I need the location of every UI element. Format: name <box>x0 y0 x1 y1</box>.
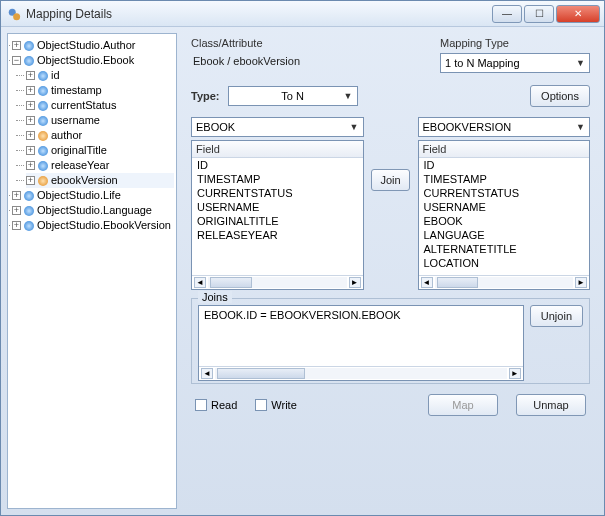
list-item[interactable]: RELEASEYEAR <box>192 228 363 242</box>
tree-node[interactable]: −ObjectStudio.Ebook+id+timestamp+current… <box>12 53 174 188</box>
tree-node-label: username <box>51 113 100 128</box>
tree-node-label: releaseYear <box>51 158 109 173</box>
maximize-button[interactable]: ☐ <box>524 5 554 23</box>
list-item[interactable]: LANGUAGE <box>419 228 590 242</box>
tree: +ObjectStudio.Author−ObjectStudio.Ebook+… <box>10 38 174 233</box>
tree-node[interactable]: +author <box>26 128 174 143</box>
scroll-right-icon[interactable]: ► <box>509 368 521 379</box>
joins-list[interactable]: EBOOK.ID = EBOOKVERSION.EBOOK ◄ ► <box>198 305 524 381</box>
hscrollbar[interactable]: ◄ ► <box>199 366 523 380</box>
list-item[interactable]: ORIGINALTITLE <box>192 214 363 228</box>
tree-node[interactable]: +ObjectStudio.Language <box>12 203 174 218</box>
type-select[interactable]: To N ▼ <box>228 86 358 106</box>
read-label: Read <box>211 399 237 411</box>
list-item[interactable]: USERNAME <box>419 200 590 214</box>
tree-node-label: ObjectStudio.Ebook <box>37 53 134 68</box>
expand-icon[interactable]: + <box>26 146 35 155</box>
left-table-select[interactable]: EBOOK ▼ <box>191 117 364 137</box>
unjoin-button[interactable]: Unjoin <box>530 305 583 327</box>
details-panel: Class/Attribute Ebook / ebookVersion Map… <box>183 33 598 509</box>
attribute-icon <box>38 86 48 96</box>
tree-node-label: ebookVersion <box>51 173 118 188</box>
list-item[interactable]: USERNAME <box>192 200 363 214</box>
content: +ObjectStudio.Author−ObjectStudio.Ebook+… <box>1 27 604 515</box>
list-item[interactable]: CURRENTSTATUS <box>192 186 363 200</box>
attribute-icon <box>24 56 34 66</box>
close-button[interactable]: ✕ <box>556 5 600 23</box>
scroll-left-icon[interactable]: ◄ <box>201 368 213 379</box>
mapping-type-select[interactable]: 1 to N Mapping ▼ <box>440 53 590 73</box>
expand-icon[interactable]: + <box>26 71 35 80</box>
tree-node[interactable]: +ObjectStudio.Life <box>12 188 174 203</box>
tree-node[interactable]: +ObjectStudio.Author <box>12 38 174 53</box>
map-button[interactable]: Map <box>428 394 498 416</box>
unmap-button[interactable]: Unmap <box>516 394 586 416</box>
options-button[interactable]: Options <box>530 85 590 107</box>
list-item[interactable]: TIMESTAMP <box>419 172 590 186</box>
minimize-button[interactable]: — <box>492 5 522 23</box>
join-button[interactable]: Join <box>371 169 409 191</box>
tree-node-label: timestamp <box>51 83 102 98</box>
right-field-header: Field <box>419 141 590 158</box>
collapse-icon[interactable]: − <box>12 56 21 65</box>
expand-icon[interactable]: + <box>12 41 21 50</box>
tree-node[interactable]: +ObjectStudio.EbookVersion <box>12 218 174 233</box>
right-field-list[interactable]: Field IDTIMESTAMPCURRENTSTATUSUSERNAMEEB… <box>418 140 591 290</box>
list-item[interactable]: ID <box>192 158 363 172</box>
write-label: Write <box>271 399 296 411</box>
list-item[interactable]: EBOOK <box>419 214 590 228</box>
mapping-type-value: 1 to N Mapping <box>445 57 520 69</box>
type-value: To N <box>281 90 304 102</box>
left-field-list[interactable]: Field IDTIMESTAMPCURRENTSTATUSUSERNAMEOR… <box>191 140 364 290</box>
checkbox-icon <box>255 399 267 411</box>
expand-icon[interactable]: + <box>26 101 35 110</box>
chevron-down-icon: ▼ <box>344 91 353 101</box>
tree-node[interactable]: +releaseYear <box>26 158 174 173</box>
scroll-left-icon[interactable]: ◄ <box>421 277 433 288</box>
right-table-select[interactable]: EBOOKVERSION ▼ <box>418 117 591 137</box>
scroll-right-icon[interactable]: ► <box>349 277 361 288</box>
tree-node[interactable]: +username <box>26 113 174 128</box>
expand-icon[interactable]: + <box>26 176 35 185</box>
hscrollbar[interactable]: ◄ ► <box>192 275 363 289</box>
scroll-left-icon[interactable]: ◄ <box>194 277 206 288</box>
read-checkbox[interactable]: Read <box>195 399 237 411</box>
window-buttons: — ☐ ✕ <box>492 5 600 23</box>
tree-panel[interactable]: +ObjectStudio.Author−ObjectStudio.Ebook+… <box>7 33 177 509</box>
mapping-type-label: Mapping Type <box>440 37 590 49</box>
expand-icon[interactable]: + <box>12 206 21 215</box>
svg-point-1 <box>13 13 20 20</box>
expand-icon[interactable]: + <box>12 191 21 200</box>
tree-node-label: ObjectStudio.Life <box>37 188 121 203</box>
tree-node-label: ObjectStudio.Author <box>37 38 135 53</box>
list-item[interactable]: LOCATION <box>419 256 590 270</box>
tree-node-label: originalTitle <box>51 143 107 158</box>
hscrollbar[interactable]: ◄ ► <box>419 275 590 289</box>
list-item[interactable]: CURRENTSTATUS <box>419 186 590 200</box>
attribute-icon <box>38 161 48 171</box>
tables-row: EBOOK ▼ Field IDTIMESTAMPCURRENTSTATUSUS… <box>185 117 596 290</box>
expand-icon[interactable]: + <box>12 221 21 230</box>
tree-node-label: ObjectStudio.Language <box>37 203 152 218</box>
list-item[interactable]: ALTERNATETITLE <box>419 242 590 256</box>
tree-node[interactable]: +timestamp <box>26 83 174 98</box>
tree-node[interactable]: +currentStatus <box>26 98 174 113</box>
scroll-right-icon[interactable]: ► <box>575 277 587 288</box>
left-field-header: Field <box>192 141 363 158</box>
expand-icon[interactable]: + <box>26 131 35 140</box>
tree-node[interactable]: +ebookVersion <box>26 173 174 188</box>
expand-icon[interactable]: + <box>26 86 35 95</box>
app-icon <box>7 7 21 21</box>
list-item[interactable]: ID <box>419 158 590 172</box>
tree-node-label: id <box>51 68 60 83</box>
type-label: Type: <box>191 90 220 102</box>
list-item[interactable]: TIMESTAMP <box>192 172 363 186</box>
type-row: Type: To N ▼ Options <box>185 83 596 113</box>
tree-node[interactable]: +originalTitle <box>26 143 174 158</box>
tree-node[interactable]: +id <box>26 68 174 83</box>
write-checkbox[interactable]: Write <box>255 399 296 411</box>
attribute-icon <box>38 101 48 111</box>
attribute-icon <box>38 71 48 81</box>
expand-icon[interactable]: + <box>26 161 35 170</box>
expand-icon[interactable]: + <box>26 116 35 125</box>
